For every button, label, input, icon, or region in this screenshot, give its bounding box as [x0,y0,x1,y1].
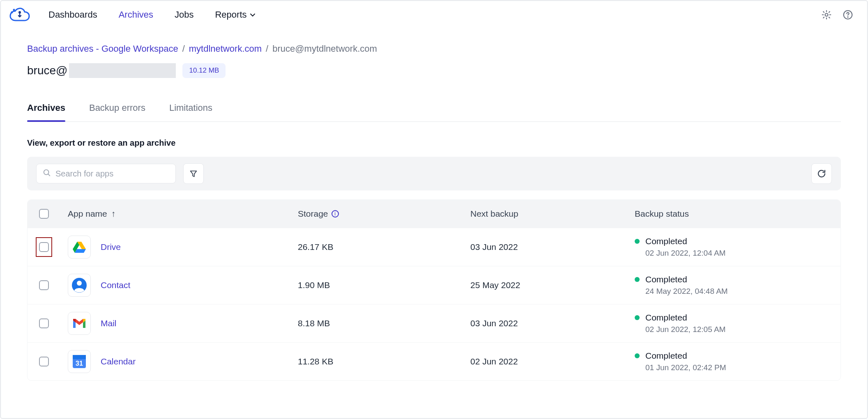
table-row: 31 Calendar 11.28 KB 02 Jun 2022 Complet… [28,342,840,380]
redacted-email-domain [69,63,176,78]
app-link-contact[interactable]: Contact [101,280,130,290]
help-icon [843,9,853,20]
app-link-mail[interactable]: Mail [101,318,117,328]
status-timestamp: 01 Jun 2022, 02:42 PM [645,363,829,372]
tab-backup-errors[interactable]: Backup errors [89,103,145,121]
status-text: Completed [645,313,687,323]
app-link-calendar[interactable]: Calendar [101,357,136,366]
breadcrumb-root[interactable]: Backup archives - Google Workspace [27,44,178,54]
filter-button[interactable] [183,163,204,184]
row-checkbox[interactable] [39,280,49,290]
search-input[interactable] [55,169,170,179]
svg-text:31: 31 [76,360,83,367]
row-checkbox[interactable] [39,242,49,252]
refresh-button[interactable] [811,163,832,184]
app-logo [8,7,31,23]
status-text: Completed [645,275,687,284]
top-nav: Dashboards Archives Jobs Reports [1,1,867,29]
cell-storage: 26.17 KB [298,242,470,252]
svg-point-3 [825,14,828,16]
svg-point-2 [18,11,21,14]
select-all-checkbox[interactable] [39,209,49,219]
breadcrumb: Backup archives - Google Workspace / myt… [27,29,841,54]
table-row: Mail 8.18 MB 03 Jun 2022 Completed 02 Ju… [28,304,840,342]
page-title: bruce@ [27,63,176,78]
cell-next-backup: 02 Jun 2022 [470,357,635,366]
cell-next-backup: 03 Jun 2022 [470,318,635,328]
svg-rect-10 [73,355,86,359]
app-link-drive[interactable]: Drive [101,242,121,252]
row-checkbox[interactable] [39,318,49,328]
checkbox-highlight [36,237,52,257]
gear-icon [821,9,832,20]
status-dot-icon [635,353,640,358]
row-checkbox[interactable] [39,357,49,366]
breadcrumb-domain[interactable]: mytdlnetwork.com [189,44,262,54]
status-dot-icon [635,315,640,320]
chevron-down-icon [249,11,256,18]
info-icon[interactable]: i [332,210,339,218]
search-box[interactable] [36,164,176,183]
header-storage[interactable]: Storage i [298,209,470,219]
svg-point-0 [11,11,13,14]
cell-next-backup: 03 Jun 2022 [470,242,635,252]
header-next-backup[interactable]: Next backup [470,209,635,219]
settings-button[interactable] [820,8,833,22]
sort-arrow-up-icon: ↑ [111,209,116,219]
cell-next-backup: 25 May 2022 [470,280,635,290]
status-timestamp: 02 Jun 2022, 12:04 AM [645,249,829,258]
status-dot-icon [635,277,640,282]
tab-archives[interactable]: Archives [27,103,65,121]
tabs: Archives Backup errors Limitations [27,103,841,122]
cell-storage: 8.18 MB [298,318,470,328]
status-timestamp: 24 May 2022, 04:48 AM [645,287,829,296]
calendar-app-icon: 31 [68,350,91,373]
cell-storage: 1.90 MB [298,280,470,290]
nav-archives[interactable]: Archives [119,9,153,20]
svg-point-8 [77,281,82,286]
svg-point-1 [13,9,15,11]
size-badge: 10.12 MB [182,63,226,78]
contact-app-icon [68,274,91,297]
table-header: App name ↑ Storage i Next backup Backup … [28,200,840,228]
cell-storage: 11.28 KB [298,357,470,366]
header-app-name[interactable]: App name ↑ [68,209,298,219]
status-text: Completed [645,236,687,246]
archives-table: App name ↑ Storage i Next backup Backup … [27,199,841,381]
toolbar [27,157,841,190]
breadcrumb-current: bruce@mytdlnetwork.com [272,44,377,54]
nav-jobs[interactable]: Jobs [175,9,193,20]
status-text: Completed [645,351,687,361]
status-dot-icon [635,239,640,244]
table-row: Drive 26.17 KB 03 Jun 2022 Completed 02 … [28,228,840,266]
drive-app-icon [68,236,91,259]
mail-app-icon [68,312,91,335]
search-icon [42,168,51,179]
help-button[interactable] [841,8,855,22]
nav-dashboards[interactable]: Dashboards [48,9,97,20]
header-backup-status[interactable]: Backup status [635,209,829,219]
status-timestamp: 02 Jun 2022, 12:05 AM [645,325,829,334]
tab-limitations[interactable]: Limitations [169,103,212,121]
filter-icon [189,169,198,178]
svg-point-5 [847,17,848,17]
refresh-icon [817,169,827,179]
table-row: Contact 1.90 MB 25 May 2022 Completed 24… [28,266,840,304]
section-subtitle: View, export or restore an app archive [27,138,841,148]
nav-reports[interactable]: Reports [215,9,256,20]
